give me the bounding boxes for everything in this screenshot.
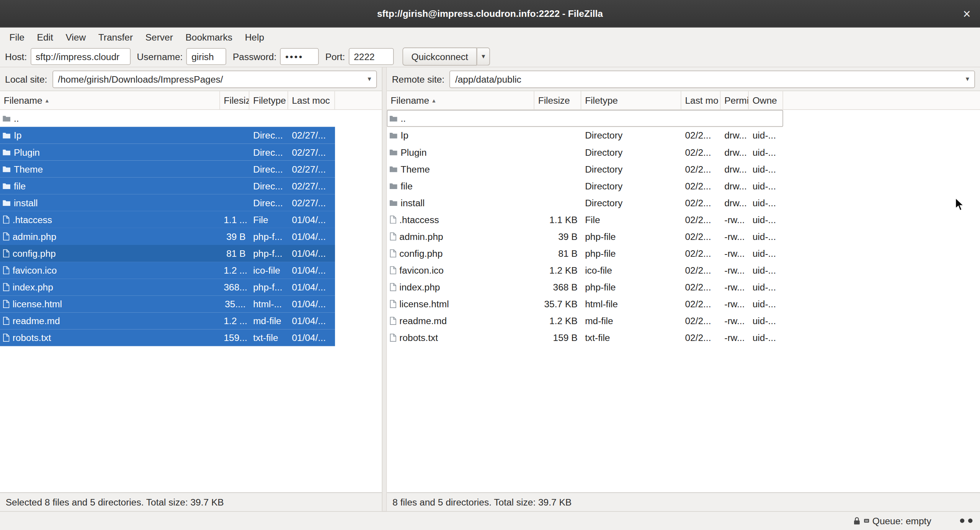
file-row-license-html[interactable]: license.html35....html-...01/04/... — [0, 295, 335, 312]
remote-column-header-filesize[interactable]: Filesize — [534, 91, 581, 109]
username-input[interactable] — [186, 48, 226, 65]
cell-name: config.php — [387, 248, 534, 259]
column-header-label: Filename — [4, 95, 42, 106]
column-header-label: Owne — [753, 95, 777, 106]
file-row-install[interactable]: installDirec...02/27/... — [0, 194, 335, 211]
file-row--[interactable]: .. — [387, 110, 783, 127]
file-row-admin-php[interactable]: admin.php39 Bphp-file02/2...-rw...uid-..… — [387, 228, 783, 245]
cell-type: Direc... — [249, 130, 288, 141]
cell-name: .htaccess — [387, 214, 534, 225]
file-row-install[interactable]: installDirectory02/2...drw...uid-... — [387, 194, 783, 211]
file-icon — [389, 232, 396, 240]
cell-name: favicon.ico — [387, 265, 534, 276]
cell-type: Direc... — [249, 164, 288, 174]
file-row-admin-php[interactable]: admin.php39 Bphp-f...01/04/... — [0, 228, 335, 245]
quickconnect-button[interactable]: Quickconnect — [403, 47, 477, 65]
file-row-config-php[interactable]: config.php81 Bphp-f...01/04/... — [0, 245, 335, 262]
file-row-favicon-ico[interactable]: favicon.ico1.2 KBico-file02/2...-rw...ui… — [387, 262, 783, 279]
remote-column-header-permi[interactable]: Permi — [720, 91, 748, 109]
cell-size: 1.2 ... — [220, 315, 250, 326]
cell-perms: drw... — [720, 130, 748, 141]
cell-modified: 02/2... — [681, 231, 721, 242]
remote-column-header-last-mo[interactable]: Last mo — [681, 91, 721, 109]
menu-item-file[interactable]: File — [3, 30, 31, 44]
remote-column-header-filename[interactable]: Filename▴ — [387, 91, 534, 109]
cell-type: ico-file — [581, 265, 681, 276]
column-header-label: Filetype — [253, 95, 286, 106]
file-row-file[interactable]: fileDirectory02/2...drw...uid-... — [387, 178, 783, 194]
file-row-favicon-ico[interactable]: favicon.ico1.2 ...ico-file01/04/... — [0, 262, 335, 279]
file-row-Ip[interactable]: IpDirectory02/2...drw...uid-... — [387, 127, 783, 144]
remote-status-text: 8 files and 5 directories. Total size: 3… — [387, 492, 980, 511]
local-column-header-filename[interactable]: Filename▴ — [0, 91, 220, 109]
file-row-Theme[interactable]: ThemeDirec...02/27/... — [0, 161, 335, 178]
file-row-Theme[interactable]: ThemeDirectory02/2...drw...uid-... — [387, 161, 783, 178]
remote-column-header-filetype[interactable]: Filetype — [581, 91, 681, 109]
local-column-header-filesiz[interactable]: Filesiz — [220, 91, 250, 109]
file-row-readme-md[interactable]: readme.md1.2 ...md-file01/04/... — [0, 312, 335, 329]
cell-type: ico-file — [249, 265, 288, 276]
cell-name: Plugin — [0, 147, 220, 158]
sort-ascending-icon: ▴ — [46, 97, 49, 104]
host-input[interactable] — [31, 48, 131, 65]
cell-type: php-f... — [249, 248, 288, 259]
local-column-header-last-moc[interactable]: Last moc — [288, 91, 335, 109]
menu-item-server[interactable]: Server — [139, 30, 179, 44]
file-row-robots-txt[interactable]: robots.txt159 Btxt-file02/2...-rw...uid-… — [387, 329, 783, 346]
menu-item-transfer[interactable]: Transfer — [92, 30, 139, 44]
file-row--htaccess[interactable]: .htaccess1.1 KBFile02/2...-rw...uid-... — [387, 211, 783, 228]
cell-name: Theme — [0, 164, 220, 174]
cell-modified: 02/27/... — [288, 181, 335, 191]
filename-text: .. — [401, 113, 406, 124]
local-file-list[interactable]: ..IpDirec...02/27/...PluginDirec...02/27… — [0, 110, 382, 492]
port-label: Port: — [325, 51, 345, 62]
file-icon — [389, 215, 396, 223]
password-label: Password: — [233, 51, 276, 62]
cell-name: install — [387, 197, 534, 208]
filename-text: .htaccess — [13, 214, 52, 225]
cell-type: Directory — [581, 130, 681, 141]
cell-name: readme.md — [0, 315, 220, 326]
file-row-config-php[interactable]: config.php81 Bphp-file02/2...-rw...uid-.… — [387, 245, 783, 262]
folder-icon — [3, 183, 11, 189]
remote-site-label: Remote site: — [392, 74, 444, 85]
file-row-file[interactable]: fileDirec...02/27/... — [0, 178, 335, 194]
file-row-Ip[interactable]: IpDirec...02/27/... — [0, 127, 335, 144]
remote-file-list[interactable]: ..IpDirectory02/2...drw...uid-...PluginD… — [387, 110, 980, 492]
panel-splitter[interactable] — [382, 67, 387, 511]
cell-type: Direc... — [249, 147, 288, 158]
file-row-Plugin[interactable]: PluginDirectory02/2...drw...uid-... — [387, 144, 783, 161]
file-icon — [3, 215, 10, 223]
file-row--[interactable]: .. — [0, 110, 335, 127]
port-input[interactable] — [349, 48, 394, 65]
cell-perms: drw... — [720, 197, 748, 208]
remote-column-header-owne[interactable]: Owne — [749, 91, 783, 109]
close-icon[interactable]: × — [963, 7, 970, 20]
file-row-index-php[interactable]: index.php368...php-f...01/04/... — [0, 279, 335, 295]
menu-item-help[interactable]: Help — [238, 30, 270, 44]
quickconnect-dropdown-button[interactable]: ▾ — [477, 47, 490, 65]
local-column-header-filetype[interactable]: Filetype — [249, 91, 288, 109]
local-site-row: Local site: /home/girish/Downloads/Impre… — [0, 67, 382, 91]
local-site-combobox[interactable]: /home/girish/Downloads/ImpressPages/ ▾ — [52, 70, 377, 88]
file-icon — [389, 300, 396, 308]
cell-owner: uid-... — [749, 197, 783, 208]
cell-modified: 01/04/... — [288, 298, 335, 309]
cell-name: file — [0, 181, 220, 191]
remote-site-row: Remote site: /app/data/public ▾ — [387, 67, 980, 91]
file-row-readme-md[interactable]: readme.md1.2 KBmd-file02/2...-rw...uid-.… — [387, 312, 783, 329]
file-row-robots-txt[interactable]: robots.txt159...txt-file01/04/... — [0, 329, 335, 346]
password-input[interactable] — [280, 48, 319, 65]
file-row-index-php[interactable]: index.php368 Bphp-file02/2...-rw...uid-.… — [387, 279, 783, 295]
cell-owner: uid-... — [749, 231, 783, 242]
file-icon — [389, 249, 396, 257]
file-row--htaccess[interactable]: .htaccess1.1 ...File01/04/... — [0, 211, 335, 228]
remote-site-combobox[interactable]: /app/data/public ▾ — [449, 70, 975, 88]
file-row-license-html[interactable]: license.html35.7 KBhtml-file02/2...-rw..… — [387, 295, 783, 312]
menu-item-edit[interactable]: Edit — [31, 30, 59, 44]
menu-item-view[interactable]: View — [59, 30, 92, 44]
cell-name: admin.php — [387, 231, 534, 242]
file-row-Plugin[interactable]: PluginDirec...02/27/... — [0, 144, 335, 161]
filename-text: config.php — [13, 248, 56, 259]
menu-item-bookmarks[interactable]: Bookmarks — [179, 30, 238, 44]
